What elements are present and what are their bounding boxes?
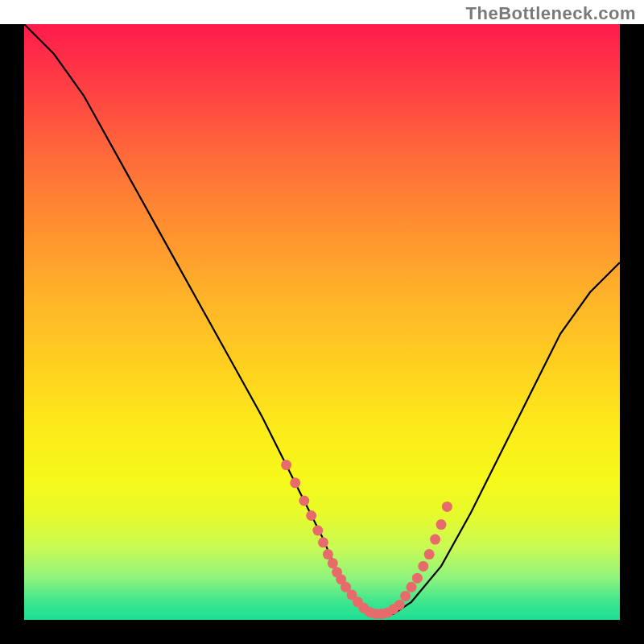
highlight-dot (407, 582, 417, 592)
plot-area (24, 24, 620, 620)
highlight-dot (312, 526, 323, 536)
highlight-dot (424, 549, 435, 559)
highlight-dots-bottom (358, 600, 404, 619)
highlight-dot (412, 573, 423, 584)
highlight-dot (281, 460, 291, 470)
highlight-dots-right (400, 502, 452, 601)
chart-container: TheBottleneck.com (0, 0, 644, 644)
highlight-dot (430, 535, 440, 545)
plot-frame (0, 24, 644, 644)
highlight-dot (318, 537, 328, 547)
bottleneck-curve (24, 24, 620, 614)
highlight-dot (442, 502, 452, 512)
highlight-dot (400, 591, 411, 601)
highlight-dot (323, 549, 333, 559)
highlight-dot (418, 561, 428, 572)
curve-layer (24, 24, 620, 620)
highlight-dot (436, 519, 447, 530)
highlight-dot (394, 600, 405, 610)
watermark-text: TheBottleneck.com (466, 3, 636, 24)
highlight-dots-left (281, 460, 363, 607)
highlight-dot (306, 510, 316, 521)
highlight-dot (328, 558, 338, 568)
highlight-dot (290, 477, 300, 488)
highlight-dot (299, 496, 309, 506)
